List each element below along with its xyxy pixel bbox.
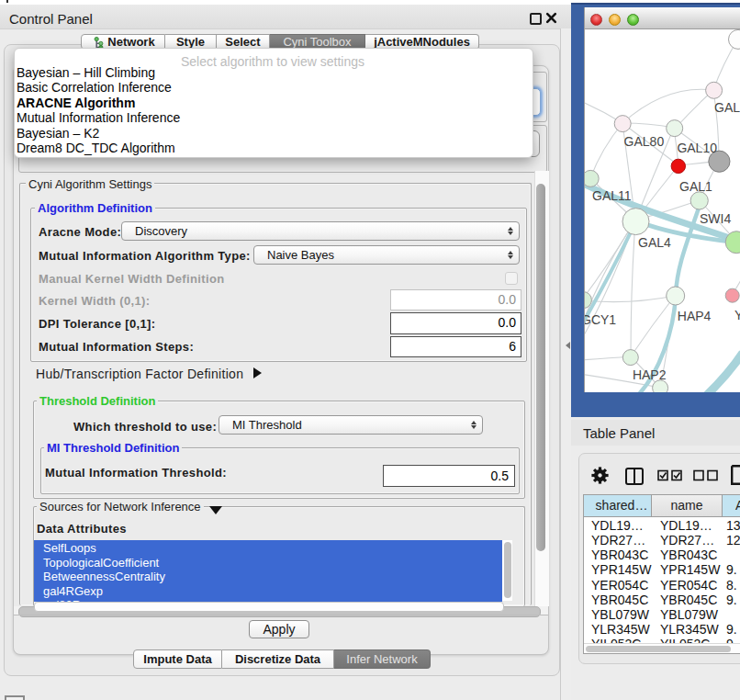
svg-text:HAP4: HAP4 bbox=[678, 309, 712, 323]
svg-text:Y: Y bbox=[734, 308, 740, 322]
svg-text:GAL4: GAL4 bbox=[638, 235, 671, 250]
svg-text:GAL10: GAL10 bbox=[677, 141, 717, 155]
svg-text:GCY1: GCY1 bbox=[585, 312, 616, 327]
svg-text:GAL80: GAL80 bbox=[624, 134, 665, 149]
svg-text:SWI4: SWI4 bbox=[700, 211, 731, 226]
svg-text:GAL1: GAL1 bbox=[679, 179, 712, 194]
svg-text:HAP2: HAP2 bbox=[633, 367, 667, 382]
svg-text:GAL: GAL bbox=[714, 100, 740, 115]
svg-text:GAL11: GAL11 bbox=[592, 188, 632, 203]
